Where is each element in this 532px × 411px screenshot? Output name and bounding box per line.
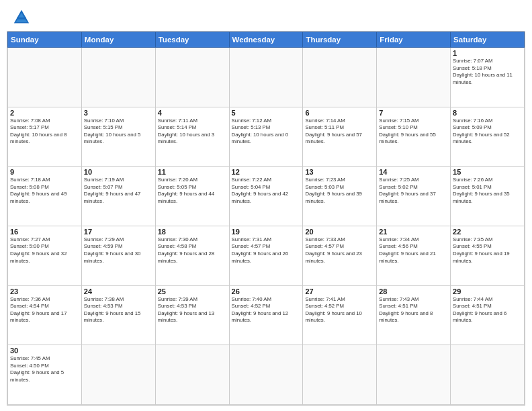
calendar-cell	[377, 48, 451, 107]
calendar-cell: 8Sunrise: 7:16 AM Sunset: 5:09 PM Daylig…	[451, 107, 525, 167]
calendar-cell: 11Sunrise: 7:20 AM Sunset: 5:05 PM Dayli…	[155, 167, 229, 226]
day-number: 23	[10, 287, 79, 295]
week-row: 30Sunrise: 7:45 AM Sunset: 4:50 PM Dayli…	[8, 345, 525, 405]
day-info: Sunrise: 7:39 AM Sunset: 4:53 PM Dayligh…	[158, 296, 227, 324]
day-info: Sunrise: 7:25 AM Sunset: 5:02 PM Dayligh…	[379, 177, 448, 205]
day-number: 17	[84, 228, 153, 236]
day-info: Sunrise: 7:18 AM Sunset: 5:08 PM Dayligh…	[10, 177, 79, 205]
day-info: Sunrise: 7:23 AM Sunset: 5:03 PM Dayligh…	[305, 177, 374, 205]
calendar-cell	[451, 345, 525, 405]
day-info: Sunrise: 7:20 AM Sunset: 5:05 PM Dayligh…	[158, 177, 227, 205]
day-number: 29	[453, 287, 522, 295]
calendar-cell: 23Sunrise: 7:36 AM Sunset: 4:54 PM Dayli…	[8, 285, 82, 345]
day-number: 9	[10, 168, 79, 176]
header-row: Sunday Monday Tuesday Wednesday Thursday…	[8, 32, 525, 48]
day-number: 6	[305, 109, 374, 117]
day-info: Sunrise: 7:34 AM Sunset: 4:56 PM Dayligh…	[379, 236, 448, 265]
day-info: Sunrise: 7:38 AM Sunset: 4:53 PM Dayligh…	[84, 296, 153, 324]
day-number: 27	[305, 287, 374, 295]
day-info: Sunrise: 7:07 AM Sunset: 5:18 PM Dayligh…	[453, 58, 522, 86]
calendar-cell: 12Sunrise: 7:22 AM Sunset: 5:04 PM Dayli…	[229, 167, 303, 226]
day-number: 3	[84, 109, 153, 117]
calendar-table: Sunday Monday Tuesday Wednesday Thursday…	[7, 32, 525, 405]
day-info: Sunrise: 7:22 AM Sunset: 5:04 PM Dayligh…	[232, 177, 301, 205]
calendar-cell	[155, 345, 229, 405]
calendar-cell: 26Sunrise: 7:40 AM Sunset: 4:52 PM Dayli…	[229, 285, 303, 345]
col-friday: Friday	[377, 32, 451, 48]
day-number: 4	[158, 109, 227, 117]
calendar-cell: 18Sunrise: 7:30 AM Sunset: 4:58 PM Dayli…	[155, 226, 229, 285]
day-number: 2	[10, 109, 79, 117]
col-tuesday: Tuesday	[155, 32, 229, 48]
calendar-cell: 2Sunrise: 7:08 AM Sunset: 5:17 PM Daylig…	[8, 107, 82, 167]
logo-icon	[12, 8, 31, 27]
calendar-cell: 24Sunrise: 7:38 AM Sunset: 4:53 PM Dayli…	[81, 285, 155, 345]
day-number: 30	[10, 347, 79, 355]
day-number: 16	[10, 228, 79, 236]
day-info: Sunrise: 7:41 AM Sunset: 4:52 PM Dayligh…	[305, 296, 374, 324]
day-info: Sunrise: 7:35 AM Sunset: 4:55 PM Dayligh…	[453, 236, 522, 265]
day-number: 20	[305, 228, 374, 236]
calendar-cell: 16Sunrise: 7:27 AM Sunset: 5:00 PM Dayli…	[8, 226, 82, 285]
calendar-cell: 22Sunrise: 7:35 AM Sunset: 4:55 PM Dayli…	[451, 226, 525, 285]
day-number: 26	[232, 287, 301, 295]
svg-rect-2	[17, 17, 26, 19]
logo	[12, 8, 34, 27]
col-wednesday: Wednesday	[229, 32, 303, 48]
calendar-cell: 17Sunrise: 7:29 AM Sunset: 4:59 PM Dayli…	[81, 226, 155, 285]
day-info: Sunrise: 7:40 AM Sunset: 4:52 PM Dayligh…	[232, 296, 301, 324]
day-number: 22	[453, 228, 522, 236]
calendar: Sunday Monday Tuesday Wednesday Thursday…	[7, 31, 525, 406]
header	[0, 0, 532, 31]
day-info: Sunrise: 7:10 AM Sunset: 5:15 PM Dayligh…	[84, 118, 153, 146]
day-number: 15	[453, 168, 522, 176]
week-row: 23Sunrise: 7:36 AM Sunset: 4:54 PM Dayli…	[8, 285, 525, 345]
day-info: Sunrise: 7:44 AM Sunset: 4:51 PM Dayligh…	[453, 296, 522, 324]
calendar-cell: 20Sunrise: 7:33 AM Sunset: 4:57 PM Dayli…	[303, 226, 377, 285]
day-info: Sunrise: 7:36 AM Sunset: 4:54 PM Dayligh…	[10, 296, 79, 324]
calendar-cell: 5Sunrise: 7:12 AM Sunset: 5:13 PM Daylig…	[229, 107, 303, 167]
calendar-cell: 19Sunrise: 7:31 AM Sunset: 4:57 PM Dayli…	[229, 226, 303, 285]
day-info: Sunrise: 7:29 AM Sunset: 4:59 PM Dayligh…	[84, 236, 153, 265]
calendar-cell: 1Sunrise: 7:07 AM Sunset: 5:18 PM Daylig…	[451, 48, 525, 107]
calendar-cell: 28Sunrise: 7:43 AM Sunset: 4:51 PM Dayli…	[377, 285, 451, 345]
calendar-cell: 7Sunrise: 7:15 AM Sunset: 5:10 PM Daylig…	[377, 107, 451, 167]
calendar-cell	[229, 48, 303, 107]
day-number: 7	[379, 109, 448, 117]
day-number: 5	[232, 109, 301, 117]
day-info: Sunrise: 7:43 AM Sunset: 4:51 PM Dayligh…	[379, 296, 448, 324]
calendar-cell: 10Sunrise: 7:19 AM Sunset: 5:07 PM Dayli…	[81, 167, 155, 226]
calendar-cell: 9Sunrise: 7:18 AM Sunset: 5:08 PM Daylig…	[8, 167, 82, 226]
day-number: 25	[158, 287, 227, 295]
day-info: Sunrise: 7:12 AM Sunset: 5:13 PM Dayligh…	[232, 118, 301, 146]
day-number: 24	[84, 287, 153, 295]
day-info: Sunrise: 7:30 AM Sunset: 4:58 PM Dayligh…	[158, 236, 227, 265]
day-number: 21	[379, 228, 448, 236]
day-number: 14	[379, 168, 448, 176]
day-info: Sunrise: 7:16 AM Sunset: 5:09 PM Dayligh…	[453, 118, 522, 146]
day-info: Sunrise: 7:19 AM Sunset: 5:07 PM Dayligh…	[84, 177, 153, 205]
col-saturday: Saturday	[451, 32, 525, 48]
week-row: 16Sunrise: 7:27 AM Sunset: 5:00 PM Dayli…	[8, 226, 525, 285]
day-info: Sunrise: 7:08 AM Sunset: 5:17 PM Dayligh…	[10, 118, 79, 146]
calendar-cell: 13Sunrise: 7:23 AM Sunset: 5:03 PM Dayli…	[303, 167, 377, 226]
day-info: Sunrise: 7:33 AM Sunset: 4:57 PM Dayligh…	[305, 236, 374, 265]
calendar-cell: 14Sunrise: 7:25 AM Sunset: 5:02 PM Dayli…	[377, 167, 451, 226]
calendar-cell	[81, 345, 155, 405]
col-monday: Monday	[81, 32, 155, 48]
calendar-cell	[155, 48, 229, 107]
day-info: Sunrise: 7:15 AM Sunset: 5:10 PM Dayligh…	[379, 118, 448, 146]
calendar-cell: 21Sunrise: 7:34 AM Sunset: 4:56 PM Dayli…	[377, 226, 451, 285]
week-row: 1Sunrise: 7:07 AM Sunset: 5:18 PM Daylig…	[8, 48, 525, 107]
week-row: 2Sunrise: 7:08 AM Sunset: 5:17 PM Daylig…	[8, 107, 525, 167]
calendar-cell	[81, 48, 155, 107]
day-number: 12	[232, 168, 301, 176]
day-info: Sunrise: 7:45 AM Sunset: 4:50 PM Dayligh…	[10, 355, 79, 383]
day-number: 28	[379, 287, 448, 295]
day-info: Sunrise: 7:11 AM Sunset: 5:14 PM Dayligh…	[158, 118, 227, 146]
day-number: 19	[232, 228, 301, 236]
page: Sunday Monday Tuesday Wednesday Thursday…	[0, 0, 532, 411]
calendar-cell: 15Sunrise: 7:26 AM Sunset: 5:01 PM Dayli…	[451, 167, 525, 226]
calendar-cell	[8, 48, 82, 107]
day-info: Sunrise: 7:27 AM Sunset: 5:00 PM Dayligh…	[10, 236, 79, 265]
